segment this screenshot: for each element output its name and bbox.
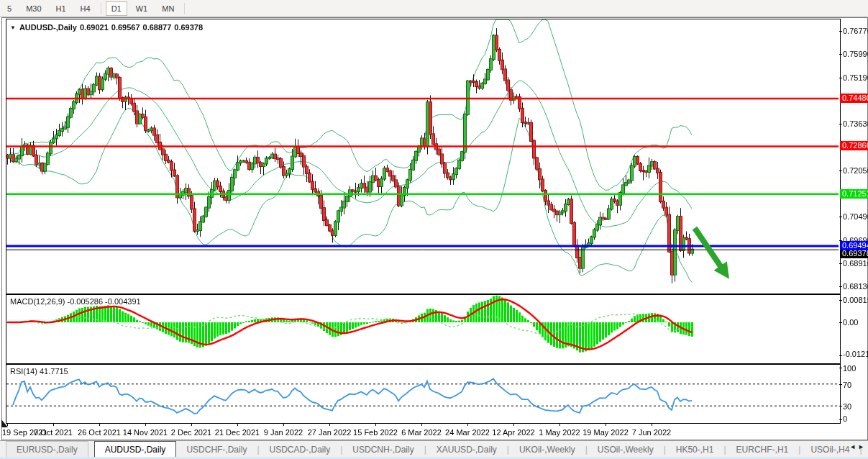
date-tick-label: 2 Dec 2021 bbox=[171, 428, 211, 437]
price-level-badge: 0.71251 bbox=[840, 189, 868, 199]
tab-scroll-left-icon[interactable]: ◄ bbox=[849, 443, 858, 450]
rsi-tick-label: 0 bbox=[843, 414, 847, 423]
chevron-down-icon[interactable]: ▼ bbox=[10, 24, 16, 31]
chart-title: ▼AUDUSD-,Daily0.690210.695670.688770.693… bbox=[10, 23, 206, 32]
chart-window: 5M30H1H4D1W1MN ▼AUDUSD-,Daily0.690210.69… bbox=[0, 0, 868, 459]
macd-tick-label: -0.01212 bbox=[843, 350, 868, 358]
date-tick-label: 6 Mar 2022 bbox=[401, 428, 442, 437]
date-tick-label: 21 Dec 2021 bbox=[215, 428, 260, 437]
chart-tab-usdcnh[interactable]: USDCNH-,Daily bbox=[342, 441, 424, 458]
open-value: 0.69021 bbox=[80, 23, 109, 32]
price-tick-label: 0.68910 bbox=[843, 259, 868, 268]
rsi-tick-label: 70 bbox=[843, 381, 851, 389]
rsi-tick-label: 30 bbox=[843, 402, 851, 411]
rsi-name: RSI(14) bbox=[10, 367, 37, 376]
symbol-tab-bar: EURUSD-,DailyAUDUSD-,DailyUSDCHF-,Daily|… bbox=[0, 440, 868, 458]
macd-name: MACD(12,26,9) bbox=[10, 297, 65, 306]
date-tick-label: 26 Oct 2021 bbox=[78, 428, 121, 437]
price-level-badge: 0.69494 bbox=[840, 241, 868, 250]
rsi-value: 41.7715 bbox=[40, 367, 68, 376]
macd-signal-value: -0.004391 bbox=[105, 297, 141, 306]
price-tick-label: 0.70490 bbox=[843, 212, 868, 221]
chart-tab-eurusd[interactable]: EURUSD-,Daily bbox=[6, 441, 88, 458]
date-tick-label: 1 May 2022 bbox=[539, 428, 580, 437]
tab-scroll-arrows[interactable]: ◄► bbox=[849, 443, 867, 450]
price-tick-label: 0.72050 bbox=[843, 166, 868, 175]
chart-tab-usoil[interactable]: USOil-,Weekly bbox=[588, 441, 664, 458]
price-tick-label: 0.73630 bbox=[843, 119, 868, 128]
date-tick-label: 27 Jan 2022 bbox=[308, 428, 352, 437]
price-level-badge: 0.72866 bbox=[840, 141, 868, 150]
macd-tick-label: 0.00 bbox=[843, 318, 858, 327]
chart-tab-hk50[interactable]: HK50-,H1 bbox=[666, 441, 724, 458]
price-tick-label: 0.75990 bbox=[843, 50, 868, 58]
macd-label: MACD(12,26,9) -0.005286 -0.004391 bbox=[10, 297, 141, 306]
date-tick-label: 12 Apr 2022 bbox=[492, 428, 534, 437]
price-level-badge: 0.74480 bbox=[840, 94, 868, 103]
date-tick-label: 15 Feb 2022 bbox=[353, 428, 398, 437]
chart-tab-xauusd[interactable]: XAUUSD-,Daily bbox=[426, 441, 507, 458]
date-tick-label: 7 Jun 2022 bbox=[632, 428, 671, 437]
price-tick-label: 0.76770 bbox=[843, 27, 868, 35]
price-tick-label: 0.68130 bbox=[843, 282, 868, 291]
date-tick-label: 24 Mar 2022 bbox=[445, 428, 490, 437]
close-value: 0.69378 bbox=[174, 23, 203, 32]
rsi-tick-label: 100 bbox=[843, 364, 856, 373]
chart-tab-audusd[interactable]: AUDUSD-,Daily bbox=[94, 441, 177, 458]
high-value: 0.69567 bbox=[111, 23, 140, 32]
macd-tick-label: 0.008197 bbox=[843, 296, 868, 304]
rsi-label: RSI(14) 41.7715 bbox=[10, 367, 68, 376]
tab-scroll-right-icon[interactable]: ► bbox=[858, 443, 867, 450]
chart-tab-eurchf[interactable]: EURCHF-,H1 bbox=[726, 441, 799, 458]
macd-main-value: -0.005286 bbox=[67, 297, 103, 306]
chart-tab-ukoil[interactable]: UKOil-,Weekly bbox=[509, 441, 585, 458]
date-tick-label: 9 Jan 2022 bbox=[264, 428, 303, 437]
low-value: 0.68877 bbox=[143, 23, 172, 32]
symbol-label: AUDUSD-,Daily bbox=[19, 23, 77, 32]
chart-canvas[interactable] bbox=[0, 0, 868, 459]
date-tick-label: 14 Nov 2021 bbox=[123, 428, 168, 437]
date-tick-label: 7 Oct 2021 bbox=[34, 428, 73, 437]
chart-tab-usdchf[interactable]: USDCHF-,Daily bbox=[176, 441, 257, 458]
price-tick-label: 0.75190 bbox=[843, 73, 868, 82]
chart-tab-usdcad[interactable]: USDCAD-,Daily bbox=[260, 441, 341, 458]
date-tick-label: 19 May 2022 bbox=[583, 428, 629, 437]
